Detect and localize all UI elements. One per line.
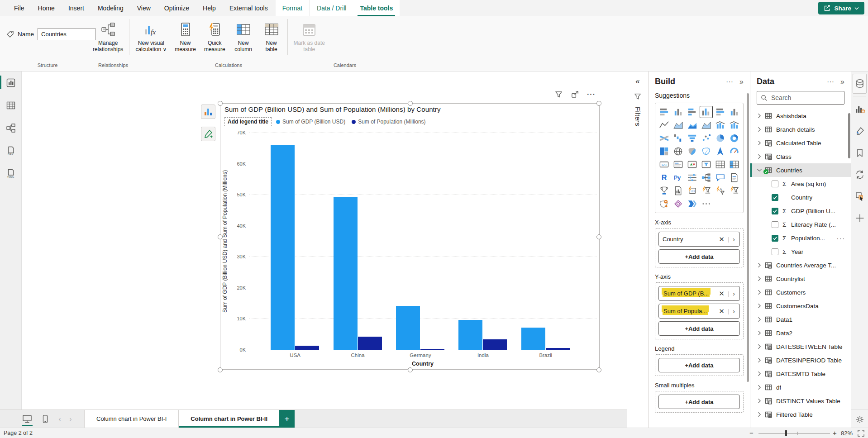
field-row-year[interactable]: ΣYear [750,245,851,258]
settings-gear-icon[interactable] [851,409,868,424]
menu-item-home[interactable]: Home [31,0,62,16]
quick-measure-button[interactable]: Quick measure [200,16,229,63]
sync-visuals-icon[interactable] [851,164,868,186]
table-row-df[interactable]: df [750,381,851,394]
chevron-right-icon[interactable] [756,113,765,119]
map-icon[interactable] [672,145,685,157]
bar-population-germany[interactable] [420,349,444,350]
field-options-icon[interactable]: › [729,308,736,315]
field-row-literacy-rate-[interactable]: ΣLiteracy Rate (... [750,218,851,231]
field-checkbox[interactable] [772,221,778,228]
remove-field-icon[interactable]: ✕ [715,290,728,298]
build-pane-scrollbar[interactable] [747,93,749,382]
field-more-options-icon[interactable]: ··· [837,235,846,242]
bar-population-usa[interactable] [295,346,319,350]
field-checkbox[interactable] [772,181,778,187]
table-row-distinct-values-table[interactable]: DISTINCT Values Table [750,394,851,408]
model-view[interactable] [0,117,22,139]
shape-map-icon[interactable] [700,145,713,157]
field-checkbox[interactable] [772,248,778,255]
table-row-data1[interactable]: Data1 [750,313,851,326]
page-tab-column-chart-in-power-bi-ii[interactable]: Column chart in Power BI-II [178,410,279,428]
clustered-column-chart-icon[interactable] [700,106,713,118]
key-influencers-icon[interactable] [686,171,699,184]
field-pill-sum-of-popula-[interactable]: Sum of Popula...✕|› [658,304,740,319]
field-row-area-sq-km-[interactable]: ΣArea (sq km) [750,177,851,190]
hundred-stacked-bar-chart-icon[interactable] [714,106,727,118]
arcgis-map-icon[interactable] [658,198,671,210]
decomposition-tree-icon[interactable] [700,171,713,184]
x-axis-add-data-button[interactable]: +Add data [658,249,740,264]
bar-gdp-india[interactable] [458,320,482,350]
slicer-icon[interactable] [700,158,713,171]
menu-item-external-tools[interactable]: External tools [223,0,275,16]
treemap-icon[interactable] [658,145,671,157]
chevron-right-icon[interactable] [756,262,765,268]
table-row-countries-average-t-[interactable]: Countries Average T... [750,258,851,272]
hundred-stacked-area-chart-icon[interactable] [700,119,713,131]
menu-item-format[interactable]: Format [276,0,309,16]
tmdl-view[interactable]: TMDL [0,162,22,185]
more-visuals-icon[interactable] [700,198,713,210]
chevron-right-icon[interactable] [756,153,765,160]
on-object-format-pen-button[interactable] [201,127,215,141]
search-box[interactable] [757,91,844,105]
preview-visual-1-icon[interactable] [700,185,713,197]
next-page-icon[interactable]: › [65,410,76,428]
multi-row-card-icon[interactable] [672,158,685,171]
new-measure-button[interactable]: New measure [171,16,200,63]
table-row-data2[interactable]: Data2 [750,326,851,340]
chevron-right-icon[interactable] [756,140,765,146]
data-more-options-icon[interactable]: ··· [827,78,834,86]
menu-item-view[interactable]: View [130,0,157,16]
resize-handle[interactable] [218,234,223,239]
table-row-countrylist[interactable]: Countrylist [750,272,851,286]
scatter-chart-icon[interactable] [700,132,713,144]
mobile-view-icon[interactable] [36,410,54,428]
pie-chart-icon[interactable] [714,132,727,144]
resize-handle[interactable] [596,101,601,106]
chevron-right-icon[interactable] [756,384,765,390]
table-icon[interactable] [714,158,727,171]
more-options-icon[interactable]: ··· [587,90,596,99]
chevron-right-icon[interactable] [756,398,765,404]
report-view[interactable] [0,71,22,94]
bar-population-india[interactable] [483,339,507,350]
menu-item-file[interactable]: File [7,0,31,16]
bar-gdp-brazil[interactable] [521,328,545,350]
metrics-icon[interactable] [658,185,671,197]
table-name-input[interactable] [38,28,95,40]
filters-pane-title[interactable]: Filters [634,107,642,126]
menu-item-help[interactable]: Help [196,0,223,16]
search-input[interactable] [771,94,851,101]
menu-item-optimize[interactable]: Optimize [157,0,196,16]
table-row-branch-details[interactable]: Branch details [750,123,851,136]
r-script-visual-icon[interactable]: R [658,171,671,184]
expand-filters-icon[interactable]: « [635,77,639,86]
field-checkbox[interactable] [772,235,778,242]
hundred-stacked-column-chart-icon[interactable] [728,106,741,118]
bar-gdp-germany[interactable] [396,306,420,350]
share-button[interactable]: Share [818,2,864,14]
smart-narrative-icon[interactable] [728,171,741,184]
bar-population-brazil[interactable] [546,348,570,350]
page-tab-column-chart-in-power-bi-i[interactable]: Column chart in Power BI-I [84,410,178,428]
new-column-button[interactable]: New column [229,16,258,63]
chevron-right-icon[interactable] [756,371,765,377]
chevron-right-icon[interactable] [756,126,765,133]
stacked-area-chart-icon[interactable] [686,119,699,131]
focus-mode-icon[interactable] [571,90,579,99]
field-row-population-[interactable]: ΣPopulation...··· [750,231,851,245]
dax-query-view[interactable]: DAX [0,139,22,162]
menu-item-data-drill[interactable]: Data / Drill [310,0,353,16]
remove-field-icon[interactable]: ✕ [715,307,728,315]
chevron-right-icon[interactable] [756,357,765,363]
table-row-datesbetween-table[interactable]: DATESBETWEEN Table [750,340,851,353]
preview-visual-2-icon[interactable]: A [714,185,727,197]
quick-calculation-visual-icon[interactable]: 123 [686,185,699,197]
funnel-chart-icon[interactable] [686,132,699,144]
chevron-right-icon[interactable] [756,289,765,295]
zoom-slider[interactable] [758,433,830,433]
line-and-clustered-column-chart-icon[interactable] [728,119,741,131]
menu-item-table-tools[interactable]: Table tools [353,0,400,16]
